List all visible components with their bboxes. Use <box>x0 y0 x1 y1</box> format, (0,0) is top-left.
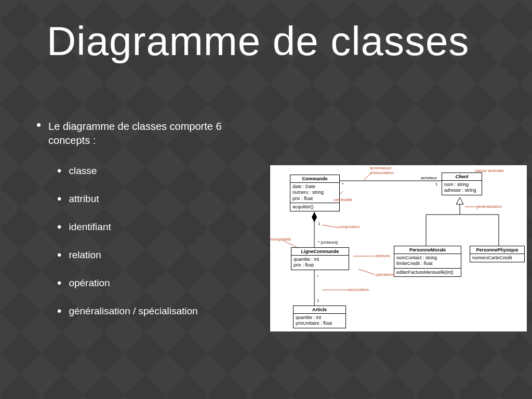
uml-class-morale: PersonneMorale nomContact : string limit… <box>394 246 461 277</box>
intro-text: Le diagramme de classes comporte 6 conce… <box>48 119 255 148</box>
intro-bullet: • Le diagramme de classes comporte 6 con… <box>36 119 255 148</box>
uml-class-attrs: nomContact : string limiteCredit : float <box>394 254 461 269</box>
uml-class-name: PersonneMorale <box>394 246 461 254</box>
list-item: •attribut <box>57 193 255 205</box>
annot-association: association <box>348 287 369 292</box>
list-item-label: opération <box>69 277 110 289</box>
list-item-label: relation <box>69 249 101 261</box>
content-area: • Le diagramme de classes comporte 6 con… <box>36 119 255 334</box>
list-item-label: identifiant <box>69 221 111 233</box>
uml-class-ops: acquitter() <box>290 203 339 211</box>
list-item: •classe <box>57 165 255 177</box>
uml-class-attrs: date : Date numero : string prix : float <box>290 183 339 203</box>
annot-attributs: attributs <box>375 254 390 258</box>
uml-diagram: Commande date : Date numero : string pri… <box>270 165 527 331</box>
mult-one: 1 <box>317 298 319 303</box>
bullet-dot-icon: • <box>57 195 61 203</box>
mult-ordered: * {ordered} <box>318 240 338 245</box>
svg-line-12 <box>322 225 338 228</box>
uml-class-physique: PersonnePhysique numeroCarteCredit <box>470 246 525 262</box>
annot-generalisation: généralisation <box>476 204 502 209</box>
list-item: •opération <box>57 277 255 289</box>
svg-marker-5 <box>456 197 463 204</box>
annot-classe-abstraite: classe abstraite <box>475 168 504 173</box>
uml-class-name: Article <box>294 306 345 314</box>
bullet-dot-icon: • <box>57 280 61 287</box>
bullet-dot-icon: • <box>36 119 41 130</box>
uml-class-name: PersonnePhysique <box>470 246 524 254</box>
mult-one: 1 <box>318 221 320 226</box>
list-item: •relation <box>57 249 255 261</box>
annot-terminaison: terminaison d'association <box>370 166 406 176</box>
uml-class-name: LigneCommande <box>291 248 349 256</box>
mult-star: * <box>317 274 318 279</box>
bullet-dot-icon: • <box>57 308 61 315</box>
list-item-label: attribut <box>69 193 99 205</box>
uml-class-name: Client <box>442 173 482 181</box>
bullet-dot-icon: • <box>57 251 61 259</box>
uml-class-attrs: quantite : int prix : float <box>291 256 349 270</box>
uml-class-commande: Commande date : Date numero : string pri… <box>290 175 340 211</box>
uml-class-attrs: quantite : int prixUnitaire : float <box>294 314 345 328</box>
list-item-label: classe <box>69 165 97 177</box>
uml-class-name: Commande <box>290 175 339 183</box>
concept-list: •classe •attribut •identifiant •relation… <box>57 165 255 317</box>
uml-class-attrs: nom : string adresse : string <box>442 181 482 195</box>
uml-class-ops: editerFactureMensuelle(int) <box>394 269 461 276</box>
list-item-label: généralisation / spécialisation <box>69 305 197 317</box>
page-title: Diagramme de classes <box>47 18 532 65</box>
bullet-dot-icon: • <box>57 167 61 175</box>
uml-class-attrs: numeroCarteCredit <box>470 254 524 262</box>
list-item: •identifiant <box>57 221 255 233</box>
annot-cardinalite: cardinalité <box>334 197 352 202</box>
annot-composition: composition <box>338 224 360 229</box>
mult-star: * <box>342 182 343 187</box>
uml-class-client: Client nom : string adresse : string <box>442 172 482 195</box>
list-item: •généralisation / spécialisation <box>57 305 255 317</box>
uml-class-ligne: LigneCommande quantite : int prix : floa… <box>291 247 349 270</box>
mult-one: 1 <box>435 182 437 187</box>
svg-marker-2 <box>312 212 317 222</box>
bullet-dot-icon: • <box>57 223 61 231</box>
role-acheteur: acheteur <box>421 176 437 180</box>
annot-navigabilite: navigabilité <box>270 237 291 242</box>
svg-line-14 <box>358 269 374 274</box>
uml-class-article: Article quantite : int prixUnitaire : fl… <box>293 305 346 328</box>
annot-operations: opérations <box>375 272 394 277</box>
